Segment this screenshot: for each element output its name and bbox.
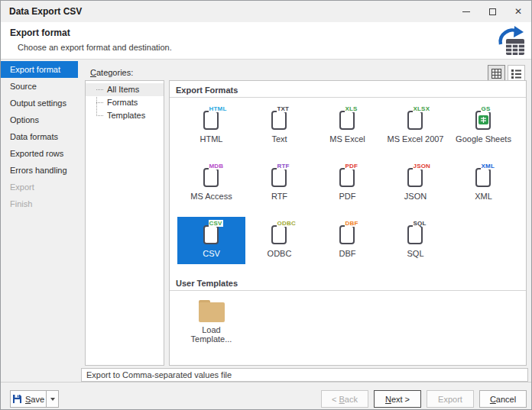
format-tag: XLS: [345, 105, 358, 112]
document-icon: JSON: [397, 162, 434, 189]
document-icon: MDB: [193, 162, 230, 189]
page-subtitle: Choose an export format and destination.: [18, 43, 172, 52]
document-icon: DBF: [329, 219, 366, 247]
window-title: Data Export CSV: [1, 6, 453, 17]
load-template-tile[interactable]: Load Template...: [177, 295, 245, 350]
format-tile-google-sheets[interactable]: GS Google Sheets: [449, 102, 517, 150]
user-templates-group-header: User Templates: [170, 274, 526, 291]
format-tile-ms-excel[interactable]: XLS MS Excel: [313, 102, 381, 150]
save-dropdown-button[interactable]: [46, 390, 59, 408]
format-tile-text[interactable]: TXT Text: [245, 102, 313, 150]
format-label: PDF: [339, 192, 356, 201]
floppy-disk-icon: [12, 394, 22, 404]
tree-item-all-items[interactable]: All Items: [86, 83, 164, 96]
back-button: < Back: [321, 390, 368, 408]
sidebar-item-export-format[interactable]: Export format: [1, 61, 78, 78]
document-icon: SQL: [397, 219, 434, 247]
format-label: MS Excel: [329, 134, 365, 144]
format-tile-sql[interactable]: SQL SQL: [381, 217, 449, 264]
format-tag: XLSX: [413, 105, 431, 112]
format-tag: SQL: [413, 220, 427, 227]
document-icon: XML: [466, 162, 502, 189]
format-label: ODBC: [268, 249, 292, 258]
sidebar-item-options[interactable]: Options: [1, 111, 78, 128]
format-tag: MDB: [209, 163, 225, 169]
export-table-arrow-icon: [492, 24, 526, 57]
sidebar-item-exported-rows[interactable]: Exported rows: [1, 145, 78, 162]
format-tile-html[interactable]: HTML HTML: [177, 102, 245, 150]
document-icon: XLS: [329, 105, 366, 132]
document-icon: HTML: [193, 105, 230, 132]
document-icon: TXT: [261, 105, 298, 132]
export-button: Export: [427, 390, 474, 408]
format-label: CSV: [203, 249, 220, 258]
format-tag: DBF: [345, 220, 359, 227]
sidebar-item-source[interactable]: Source: [1, 78, 78, 95]
categories-label: Categories:: [90, 68, 133, 77]
minimize-icon: [462, 11, 470, 12]
format-tag: RTF: [277, 163, 290, 169]
tree-item-templates[interactable]: Templates: [86, 109, 164, 122]
wizard-header: Export format Choose an export format an…: [1, 22, 531, 60]
format-tag: PDF: [345, 163, 359, 169]
sidebar-item-export: Export: [1, 179, 78, 195]
format-tile-odbc[interactable]: ODBC ODBC: [245, 217, 313, 264]
sidebar-item-output-settings[interactable]: Output settings: [1, 95, 78, 111]
chevron-down-icon: [50, 398, 55, 401]
format-label: DBF: [339, 249, 356, 258]
minimize-button[interactable]: [453, 1, 479, 22]
cancel-button[interactable]: Cancel: [479, 390, 527, 408]
export-formats-panel: Export Formats HTML HTML TXT Text XLS MS…: [169, 80, 527, 366]
close-icon: ✕: [514, 7, 522, 16]
format-description-text: Export to Comma-separated values file: [86, 370, 232, 379]
format-label: Google Sheets: [456, 134, 511, 144]
next-button[interactable]: Next >: [374, 390, 421, 408]
list-view-icon: [511, 69, 521, 79]
format-tag: HTML: [209, 105, 228, 112]
sidebar-item-errors-handling[interactable]: Errors handling: [1, 162, 78, 179]
format-tag: XML: [481, 163, 496, 169]
format-label: JSON: [404, 192, 427, 201]
wizard-steps-sidebar: Export format Source Output settings Opt…: [1, 61, 78, 212]
format-tile-json[interactable]: JSON JSON: [381, 160, 449, 207]
sidebar-item-finish: Finish: [1, 195, 78, 212]
format-tile-pdf[interactable]: PDF PDF: [313, 160, 381, 207]
format-tile-csv[interactable]: CSV CSV: [177, 217, 245, 264]
categories-tree: All Items Formats Templates: [85, 80, 164, 366]
format-label: MS Excel 2007: [388, 134, 444, 144]
format-tag: GS: [481, 105, 491, 112]
footer-bar: Save < Back Next > Export Cancel: [1, 382, 531, 410]
save-button[interactable]: Save: [10, 390, 46, 408]
data-export-dialog: Data Export CSV ✕ Export format Choose a…: [0, 0, 532, 410]
export-formats-group-header: Export Formats: [170, 81, 526, 98]
format-label: XML: [475, 192, 492, 201]
user-templates-grid: Load Template...: [170, 291, 526, 360]
document-icon: CSV: [193, 219, 230, 247]
format-label: MS Access: [190, 192, 232, 201]
sidebar-item-data-formats[interactable]: Data formats: [1, 128, 78, 145]
sheet-grid-icon: [478, 115, 488, 124]
close-button[interactable]: ✕: [505, 1, 531, 22]
format-tag: TXT: [277, 105, 290, 112]
title-bar: Data Export CSV ✕: [1, 1, 531, 22]
format-tile-rtf[interactable]: RTF RTF: [245, 160, 313, 207]
document-icon: RTF: [261, 162, 298, 189]
save-label: Save: [25, 395, 44, 404]
format-tile-dbf[interactable]: DBF DBF: [313, 217, 381, 264]
grid-view-icon: [491, 69, 501, 79]
document-icon: XLSX: [397, 105, 434, 132]
page-title: Export format: [10, 27, 70, 38]
load-template-label: Load Template...: [188, 325, 235, 344]
save-split-button: Save: [10, 390, 59, 408]
format-tile-xml[interactable]: XML XML: [449, 160, 517, 207]
maximize-button[interactable]: [479, 1, 505, 22]
tree-item-formats[interactable]: Formats: [86, 96, 164, 109]
format-tag: JSON: [413, 163, 432, 169]
export-formats-grid: HTML HTML TXT Text XLS MS Excel XLSX MS …: [170, 98, 526, 274]
format-description-bar: Export to Comma-separated values file: [81, 368, 528, 382]
format-tag: CSV: [209, 220, 223, 227]
format-tile-ms-access[interactable]: MDB MS Access: [177, 160, 245, 207]
window-controls: ✕: [453, 1, 531, 22]
folder-icon: [199, 300, 225, 323]
format-tile-ms-excel-2007[interactable]: XLSX MS Excel 2007: [381, 102, 449, 150]
